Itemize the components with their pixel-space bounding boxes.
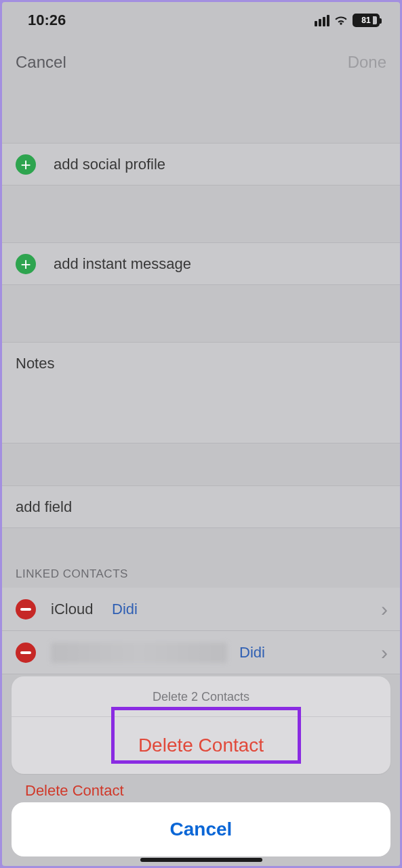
- notes-field[interactable]: Notes: [2, 342, 400, 443]
- linked-contact-row[interactable]: Didi ›: [2, 631, 400, 674]
- add-field-row[interactable]: add field: [2, 485, 400, 528]
- delete-contact-row-peek: Delete Contact: [12, 782, 390, 802]
- sheet-cancel-button[interactable]: Cancel: [12, 802, 390, 856]
- action-sheet: Delete 2 Contacts Delete Contact Delete …: [12, 676, 390, 856]
- redacted-source: [51, 643, 227, 663]
- remove-icon[interactable]: [16, 643, 36, 663]
- add-icon: +: [16, 254, 36, 274]
- remove-icon[interactable]: [16, 599, 36, 620]
- done-button[interactable]: Done: [348, 53, 386, 72]
- linked-name: Didi: [239, 644, 381, 661]
- home-indicator[interactable]: [140, 858, 262, 862]
- add-social-profile-row[interactable]: + add social profile: [2, 143, 400, 186]
- row-label: add social profile: [54, 156, 165, 173]
- battery-icon: 81: [353, 14, 380, 27]
- row-label: add instant message: [54, 255, 191, 273]
- add-icon: +: [16, 154, 36, 175]
- sheet-title: Delete 2 Contacts: [12, 676, 390, 717]
- notes-label: Notes: [16, 355, 54, 372]
- linked-contacts-header: LINKED CONTACTS: [2, 559, 400, 588]
- linked-name: Didi: [112, 601, 381, 618]
- delete-contact-action[interactable]: Delete Contact: [12, 717, 390, 774]
- add-instant-message-row[interactable]: + add instant message: [2, 242, 400, 285]
- cellular-signal-icon: [315, 15, 329, 26]
- nav-bar: Cancel Done: [2, 39, 400, 86]
- wifi-icon: [334, 15, 348, 26]
- chevron-right-icon: ›: [381, 598, 388, 621]
- row-label: add field: [16, 498, 72, 516]
- status-bar: 10:26 81: [2, 2, 400, 39]
- cancel-button[interactable]: Cancel: [16, 53, 66, 72]
- status-time: 10:26: [28, 12, 66, 29]
- linked-contact-row[interactable]: iCloud Didi ›: [2, 588, 400, 631]
- chevron-right-icon: ›: [381, 641, 388, 664]
- linked-source: iCloud: [51, 601, 112, 618]
